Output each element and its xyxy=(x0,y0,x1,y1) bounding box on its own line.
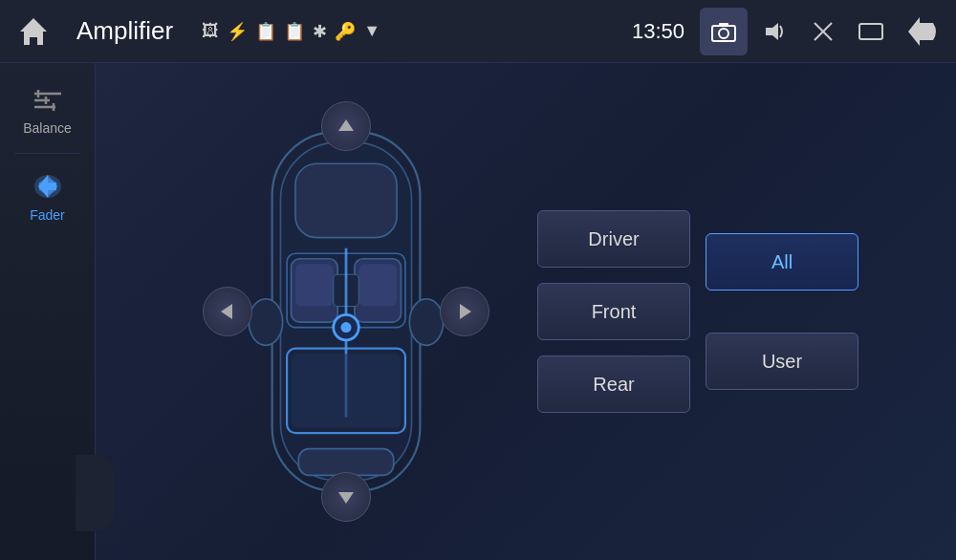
app-title: Amplifier xyxy=(76,16,173,46)
svg-point-2 xyxy=(719,29,728,38)
content-inner: Driver Front Rear All User xyxy=(111,78,941,545)
content-area: Driver Front Rear All User xyxy=(96,63,956,560)
front-button[interactable]: Front xyxy=(537,283,690,340)
time-display: 13:50 xyxy=(632,19,684,44)
sidebar: Balance Fader xyxy=(0,63,96,560)
svg-rect-24 xyxy=(295,163,397,237)
key-icon: 🔑 xyxy=(335,21,356,42)
home-button[interactable] xyxy=(10,8,57,55)
svg-point-38 xyxy=(340,322,351,333)
sidebar-divider xyxy=(14,153,80,154)
svg-marker-20 xyxy=(221,304,232,319)
svg-rect-28 xyxy=(358,264,397,306)
top-bar: Amplifier 🖼 ⚡ 📋 📋 ✱ 🔑 ▼ 13:50 xyxy=(0,0,956,63)
sidebar-item-fader[interactable]: Fader xyxy=(0,158,95,236)
close-button[interactable] xyxy=(803,11,843,52)
arrow-up-button[interactable] xyxy=(321,101,371,151)
top-bar-right: 13:50 xyxy=(632,8,946,55)
svg-rect-32 xyxy=(292,354,402,427)
svg-rect-7 xyxy=(859,24,882,39)
wifi-icon: ▼ xyxy=(363,21,380,41)
arrow-down-button[interactable] xyxy=(321,472,371,522)
car-diagram xyxy=(193,92,499,531)
fader-label: Fader xyxy=(30,207,65,223)
fader-icon xyxy=(30,171,66,202)
rear-button[interactable]: Rear xyxy=(537,355,690,413)
arrow-right-button[interactable] xyxy=(440,287,489,336)
balance-icon xyxy=(31,86,65,115)
back-button[interactable] xyxy=(899,8,946,55)
svg-rect-26 xyxy=(295,264,334,306)
balance-label: Balance xyxy=(23,120,72,136)
zone-buttons-col2: All User xyxy=(706,210,858,413)
svg-marker-21 xyxy=(460,304,471,319)
right-panel: Driver Front Rear All User xyxy=(537,210,858,413)
driver-button[interactable]: Driver xyxy=(537,210,690,268)
main-content: Balance Fader xyxy=(0,63,956,560)
all-button[interactable]: All xyxy=(706,233,858,291)
svg-marker-0 xyxy=(20,18,47,45)
sidebar-bottom xyxy=(0,236,95,560)
svg-marker-4 xyxy=(766,23,778,40)
volume-button[interactable] xyxy=(755,11,795,52)
bluetooth-icon: ✱ xyxy=(313,21,327,42)
status-icons: 🖼 ⚡ 📋 📋 ✱ 🔑 ▼ xyxy=(202,21,380,42)
svg-point-35 xyxy=(409,299,443,346)
svg-marker-18 xyxy=(338,119,354,131)
user-button[interactable]: User xyxy=(706,333,858,390)
svg-rect-3 xyxy=(719,23,728,27)
sidebar-item-balance[interactable]: Balance xyxy=(0,73,95,149)
screen-button[interactable] xyxy=(851,11,891,52)
usb-icon: ⚡ xyxy=(227,21,248,42)
zone-buttons-col1: Driver Front Rear xyxy=(537,210,690,413)
svg-point-34 xyxy=(249,299,282,346)
svg-marker-19 xyxy=(338,492,354,504)
camera-button[interactable] xyxy=(700,8,748,55)
file-icon: 📋 xyxy=(255,21,276,42)
image-icon: 🖼 xyxy=(202,21,219,41)
arrow-left-button[interactable] xyxy=(203,287,252,336)
top-bar-left: Amplifier 🖼 ⚡ 📋 📋 ✱ 🔑 ▼ xyxy=(10,8,380,55)
car-svg xyxy=(222,111,470,512)
file2-icon: 📋 xyxy=(284,21,305,42)
